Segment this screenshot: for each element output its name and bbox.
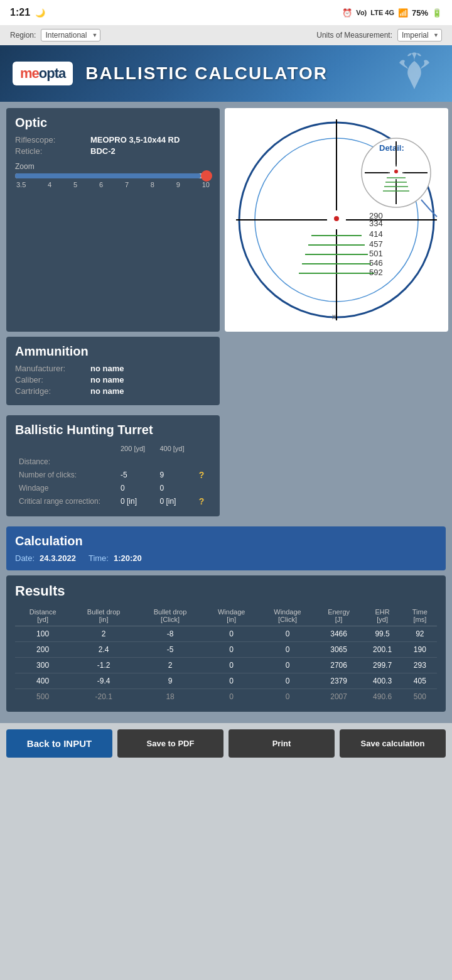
region-label: Region: [10,31,36,40]
signal-bars-icon: 📶 [398,8,408,18]
optic-card: Optic Riflescope: MEOPRO 3,5-10x44 RD Re… [6,108,220,332]
critical-question-icon[interactable]: ? [196,495,210,508]
zoom-label: Zoom [15,162,211,171]
time-display: 1:21 [10,7,30,18]
deer-icon [389,52,439,95]
results-card: Results Distance[yd] Bullet drop[in] Bul… [6,575,446,712]
bht-col1-header: 200 [yd] [118,444,156,455]
reticle-label: Reticle: [15,146,90,156]
back-to-input-button[interactable]: Back to INPUT [6,729,112,758]
windage-val2: 0 [157,482,195,494]
calculation-card: Calculation Date: 24.3.2022 Time: 1:20:2… [6,526,446,570]
svg-text:334: 334 [369,219,383,228]
svg-text:546: 546 [369,258,383,268]
battery-text: 75% [412,8,428,18]
svg-text:x: x [332,312,336,321]
cartridge-label: Cartridge: [15,386,90,396]
svg-text:Detail:: Detail: [379,143,404,153]
clicks-question-icon[interactable]: ? [196,469,210,481]
save-to-pdf-button[interactable]: Save to PDF [117,729,223,758]
zoom-bar: Zoom 3.5 4 5 6 7 8 9 10 [15,162,211,188]
bht-title: Ballistic Hunting Turret [15,423,211,437]
banner-title: BALLISTIC CALCULATOR [85,63,328,84]
print-button[interactable]: Print [229,729,335,758]
units-select-wrap[interactable]: Imperial Metric [397,29,442,41]
region-select[interactable]: International USA [41,29,100,41]
col-ehr: EHR[yd] [362,606,403,626]
region-bar: Region: International USA Units of Measu… [0,25,452,45]
optic-section: Optic Riflescope: MEOPRO 3,5-10x44 RD Re… [6,108,446,332]
reticle-image-box: 290 334 414 457 501 546 592 Detail: [225,108,448,332]
manufacturer-value: no name [90,364,124,373]
windage-val1: 0 [118,482,156,494]
table-row: 300-1.22002706299.7293 [15,658,437,673]
network-icon: LTE 4G [370,9,394,16]
date-label: Date: [15,553,35,563]
critical-label: Critical range correction: [16,495,117,508]
logo-text: meopta [20,65,65,82]
table-row: 1002-800346699.592 [15,626,437,642]
action-buttons: Back to INPUT Save to PDF Print Save cal… [0,723,452,764]
results-table: Distance[yd] Bullet drop[in] Bullet drop… [15,606,437,704]
svg-point-35 [394,170,398,173]
units-label: Units of Measurement: [316,31,392,40]
col-bullet-drop-in: Bullet drop[in] [70,606,137,626]
ammunition-card: Ammunition Manufacturer: no name Caliber… [6,337,220,405]
distance-label: Distance: [16,456,117,467]
zoom-track[interactable] [15,173,211,178]
optic-title: Optic [15,116,211,130]
results-title: Results [15,583,437,599]
volume-icon: Vo) [356,9,367,16]
bht-col2-header: 400 [yd] [157,444,195,455]
critical-val1: 0 [in] [118,495,156,508]
time-label: Time: [89,553,109,563]
zoom-fill [15,173,201,178]
reticle-value: BDC-2 [90,146,116,156]
logo-box: meopta [13,62,73,85]
svg-point-14 [334,216,339,221]
windage-label: Windage [16,482,117,494]
caliber-value: no name [90,375,124,384]
clicks-label: Number of clicks: [16,469,117,481]
status-time: 1:21 🌙 [10,7,45,18]
manufacturer-label: Manufacturer: [15,364,90,373]
header-banner: meopta BALLISTIC CALCULATOR [0,45,452,102]
signal-icon: 🌙 [35,8,45,18]
col-distance: Distance[yd] [15,606,70,626]
alarm-icon: ⏰ [342,8,352,18]
status-icons: ⏰ Vo) LTE 4G 📶 75% 🔋 [342,8,442,18]
bht-card: Ballistic Hunting Turret 200 [yd] 400 [y… [6,415,220,516]
table-row: 400-9.49002379400.3405 [15,673,437,689]
clicks-val1: -5 [118,469,156,481]
date-value: 24.3.2022 [40,553,76,563]
svg-text:501: 501 [369,249,383,258]
time-value: 1:20:20 [114,553,142,563]
riflescope-label: Riflescope: [15,135,90,144]
critical-val2: 0 [in] [157,495,195,508]
zoom-knob[interactable] [201,170,212,182]
col-time: Time[ms] [403,606,437,626]
table-row-partial: 500-20.118002007490.6500 [15,689,437,705]
svg-text:457: 457 [369,239,383,249]
caliber-label: Caliber: [15,375,90,384]
main-content: Optic Riflescope: MEOPRO 3,5-10x44 RD Re… [0,102,452,723]
zoom-numbers: 3.5 4 5 6 7 8 9 10 [15,181,211,188]
riflescope-value: MEOPRO 3,5-10x44 RD [90,135,180,144]
clicks-val2: 9 [157,469,195,481]
save-calculation-button[interactable]: Save calculation [340,729,446,758]
reticle-svg: 290 334 414 457 501 546 592 Detail: [230,113,443,327]
col-bullet-drop-click: Bullet drop[Click] [137,606,203,626]
spacer-area [0,764,452,980]
svg-text:592: 592 [369,268,383,277]
battery-icon: 🔋 [432,8,442,18]
col-windage-click: Windage[Click] [259,606,315,626]
bht-table: 200 [yd] 400 [yd] Distance: Number of cl… [15,442,211,509]
col-windage-in: Windage[in] [203,606,259,626]
units-select[interactable]: Imperial Metric [397,29,442,41]
ammunition-title: Ammunition [15,344,211,359]
status-bar: 1:21 🌙 ⏰ Vo) LTE 4G 📶 75% 🔋 [0,0,452,25]
col-energy: Energy[J] [316,606,362,626]
cartridge-value: no name [90,386,124,396]
calculation-title: Calculation [15,534,437,548]
region-select-wrap[interactable]: International USA [41,29,100,41]
